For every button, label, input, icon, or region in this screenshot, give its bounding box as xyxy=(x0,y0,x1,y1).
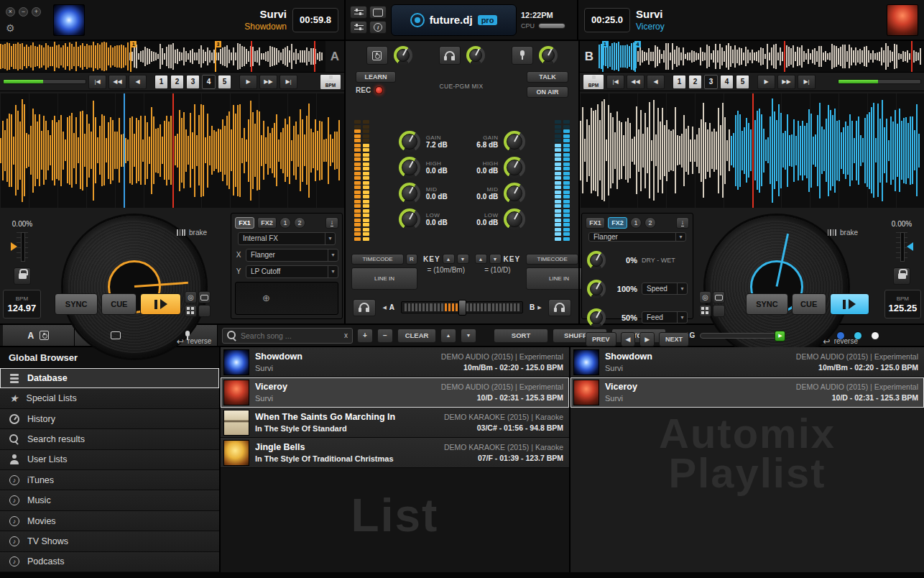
fx-x-dropdown[interactable]: Flanger▾ xyxy=(246,249,338,262)
headphone-volume-knob[interactable] xyxy=(466,46,485,65)
deck-a-zoom-waveform[interactable] xyxy=(0,93,344,208)
talk-button[interactable]: TALK xyxy=(527,71,568,83)
transport-button[interactable]: |◀ xyxy=(88,75,106,89)
sidebar-item[interactable]: History xyxy=(0,409,219,429)
fx1-tab[interactable]: FX1 xyxy=(586,217,605,229)
tag-slider[interactable]: ▶ xyxy=(700,333,785,339)
sidebar-item[interactable]: ♪ TV Shows xyxy=(0,531,219,551)
mic-button[interactable] xyxy=(512,46,533,65)
fx-next-button[interactable]: NEXT xyxy=(659,332,689,347)
track-row[interactable]: Showdown Survi DEMO AUDIO (2015) | Exper… xyxy=(570,347,924,377)
fx-param-dropdown[interactable]: Speed▾ xyxy=(642,283,688,295)
gear-icon[interactable]: ⚙ xyxy=(6,23,47,33)
display-mode-button[interactable] xyxy=(713,291,725,303)
deck-a-bpm-tap-button[interactable]: BPM xyxy=(320,74,341,90)
track-row[interactable]: Showdown Survi DEMO AUDIO (2015) | Exper… xyxy=(221,347,569,377)
deck-b-keylock-button[interactable] xyxy=(893,267,910,285)
deck-b-key-up-button[interactable]: ▲ xyxy=(475,254,487,264)
hotcue-button-2[interactable]: 2 xyxy=(688,75,702,89)
deck-b-key-down-button[interactable]: ▼ xyxy=(489,254,502,264)
fx-xy-pad[interactable]: ⊕ xyxy=(235,282,338,316)
deck-b-play-button[interactable] xyxy=(830,293,869,315)
deck-a-key-up-button[interactable]: ▲ xyxy=(443,254,455,264)
deck-b-zoom-waveform[interactable] xyxy=(580,93,924,208)
info-button[interactable]: i xyxy=(369,21,387,34)
pad-grid-button[interactable] xyxy=(699,305,711,317)
deck-b-headphone-button[interactable] xyxy=(548,299,571,316)
master-output-button[interactable] xyxy=(366,46,388,65)
blank-slot-button[interactable] xyxy=(198,305,211,317)
deck-a-key-down-button[interactable]: ▼ xyxy=(457,254,469,264)
remove-button[interactable]: − xyxy=(377,329,393,343)
transport-button[interactable]: ▶| xyxy=(279,75,297,89)
deck-a-overview-waveform[interactable]: 13 xyxy=(0,41,325,72)
sidebar-item[interactable]: Database xyxy=(0,368,219,388)
deck-a-headphone-button[interactable] xyxy=(353,299,376,316)
deck-a-line-in-button[interactable]: LINE IN xyxy=(351,267,417,290)
deck-a-keylock-button[interactable] xyxy=(14,267,31,285)
fx-engine-dropdown[interactable]: Internal FX▾ xyxy=(238,232,336,245)
deck-b-pitch-slider[interactable] xyxy=(896,232,907,262)
deck-b-overview-waveform[interactable]: 14 xyxy=(599,41,924,72)
fx-slot-1-button[interactable]: 1 xyxy=(630,217,642,229)
add-button[interactable]: + xyxy=(357,329,373,343)
fx-download-button[interactable]: ↓ xyxy=(676,217,689,229)
transport-button[interactable]: ▶| xyxy=(798,75,816,89)
vinyl-mode-button[interactable]: ◎ xyxy=(185,291,197,303)
zoom-button[interactable]: + xyxy=(32,7,41,17)
eq-knob[interactable] xyxy=(504,208,525,230)
transport-button[interactable]: ◀◀ xyxy=(108,75,126,89)
deck-b-timecode-button[interactable]: TIMECODE xyxy=(526,254,578,265)
track-row[interactable]: Jingle Bells In The Style Of Traditional… xyxy=(221,438,569,468)
deck-a-play-button[interactable] xyxy=(140,293,181,315)
fx-next-arrow-button[interactable]: ▶ xyxy=(639,332,655,347)
track-row[interactable]: Viceroy Survi DEMO AUDIO (2015) | Experi… xyxy=(570,377,924,408)
mic-volume-knob[interactable] xyxy=(539,46,558,65)
eq-knob[interactable] xyxy=(399,131,420,152)
pad-grid-button[interactable] xyxy=(185,305,197,317)
sort-button[interactable]: SORT xyxy=(494,329,548,343)
move-up-button[interactable]: ▲ xyxy=(440,329,456,343)
tag-slider-handle[interactable]: ▶ xyxy=(775,331,785,341)
fx-knob[interactable] xyxy=(587,280,606,298)
deck-b-pitch-handle[interactable] xyxy=(907,242,913,251)
xy-crosshair-icon[interactable]: ⊕ xyxy=(262,293,270,303)
hotcue-button-4[interactable]: 4 xyxy=(720,75,734,89)
eq-knob[interactable] xyxy=(504,131,525,152)
sidebar-item[interactable]: ♪ iTunes xyxy=(0,470,219,490)
transport-button[interactable]: ◀ xyxy=(647,75,665,89)
on-air-button[interactable]: ON AIR xyxy=(527,86,568,98)
deck-a-timecode-r-button[interactable]: R xyxy=(406,254,417,265)
eq-knob[interactable] xyxy=(399,208,420,230)
deck-a-pitch-slider[interactable] xyxy=(17,232,28,262)
transport-button[interactable]: ▶▶ xyxy=(777,75,795,89)
move-down-button[interactable]: ▼ xyxy=(461,329,476,343)
deck-a-pitch-handle[interactable] xyxy=(11,242,17,251)
sidebar-item[interactable]: ♪ Podcasts xyxy=(0,552,219,572)
fx2-tab[interactable]: FX2 xyxy=(608,217,627,229)
transport-button[interactable]: ◀ xyxy=(129,75,147,89)
fx-knob[interactable] xyxy=(587,308,606,327)
transport-button[interactable]: ▶▶ xyxy=(259,75,277,89)
mixer-view-button[interactable] xyxy=(350,6,367,19)
fx2-tab[interactable]: FX2 xyxy=(257,217,277,229)
fx-slot-2-button[interactable]: 2 xyxy=(294,217,305,229)
fx-knob[interactable] xyxy=(587,251,606,270)
deck-b-sync-button[interactable]: SYNC xyxy=(746,293,788,315)
eq-view-button[interactable] xyxy=(350,21,367,34)
fx-param-dropdown[interactable]: Feed▾ xyxy=(642,311,688,324)
search-clear-button[interactable]: x xyxy=(344,331,348,339)
sidebar-item[interactable]: ♪ Music xyxy=(0,490,219,510)
fx-slot-2-button[interactable]: 2 xyxy=(645,217,656,229)
minimize-button[interactable]: − xyxy=(19,7,28,17)
track-row[interactable]: When The Saints Go Marching In In The St… xyxy=(221,408,569,438)
hotcue-button-1[interactable]: 1 xyxy=(154,75,168,89)
deck-b-bpm-tap-button[interactable]: BPM xyxy=(583,74,604,90)
transport-button[interactable]: |◀ xyxy=(606,75,624,89)
hotcue-button-5[interactable]: 5 xyxy=(736,75,749,89)
sidebar-item[interactable]: ★ Special Lists xyxy=(0,388,219,408)
master-volume-knob[interactable] xyxy=(394,46,412,65)
deck-a-sync-button[interactable]: SYNC xyxy=(55,293,98,315)
sidebar-item[interactable]: User Lists xyxy=(0,450,219,470)
learn-button[interactable]: LEARN xyxy=(356,71,396,83)
